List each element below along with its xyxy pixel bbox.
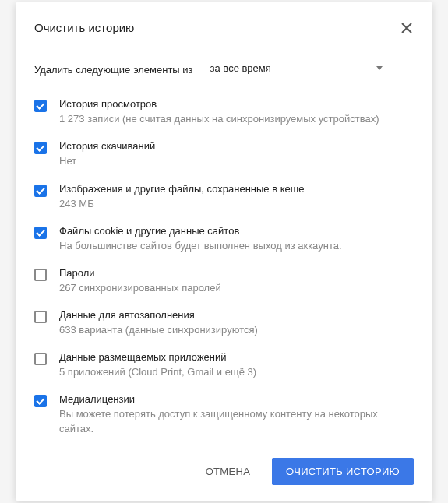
time-range-value: за все время (210, 62, 271, 74)
option-checkbox[interactable] (34, 395, 47, 407)
option-sublabel: 243 МБ (59, 197, 304, 211)
option-row: Данные размещаемых приложений5 приложени… (34, 351, 414, 379)
option-label: Медиалицензии (59, 393, 414, 405)
dialog-header: Очистить историю (34, 21, 414, 37)
option-sublabel: 633 варианта (данные синхронизируются) (59, 323, 258, 337)
option-checkbox[interactable] (34, 142, 47, 154)
option-sublabel: На большинстве сайтов будет выполнен вых… (59, 239, 342, 253)
dialog-footer: ОТМЕНА ОЧИСТИТЬ ИСТОРИЮ (34, 458, 414, 485)
option-text: Данные для автозаполнения633 варианта (д… (59, 309, 258, 337)
close-icon (401, 23, 412, 33)
option-sublabel: 5 приложений (Cloud Print, Gmail и ещё 3… (59, 365, 256, 379)
option-row: История скачиванийНет (34, 140, 414, 168)
options-list: История просмотров1 273 записи (не счита… (34, 98, 414, 436)
time-range-select[interactable]: за все время (209, 59, 384, 79)
clear-history-dialog: Очистить историю Удалить следующие элеме… (16, 2, 432, 501)
option-text: Файлы cookie и другие данные сайтовНа бо… (59, 225, 342, 253)
clear-history-button[interactable]: ОЧИСТИТЬ ИСТОРИЮ (272, 458, 414, 485)
option-checkbox[interactable] (34, 100, 47, 112)
option-text: МедиалицензииВы можете потерять доступ к… (59, 393, 414, 435)
option-checkbox[interactable] (34, 185, 47, 197)
cancel-button[interactable]: ОТМЕНА (192, 458, 264, 485)
option-sublabel: 1 273 записи (не считая данных на синхро… (59, 112, 379, 126)
option-sublabel: Нет (59, 154, 155, 168)
option-sublabel: 267 синхронизированных паролей (59, 281, 221, 295)
close-button[interactable] (400, 21, 414, 37)
option-checkbox[interactable] (34, 269, 47, 281)
option-sublabel: Вы можете потерять доступ к защищенному … (59, 407, 414, 435)
option-text: Данные размещаемых приложений5 приложени… (59, 351, 256, 379)
time-range-row: Удалить следующие элементы из за все вре… (34, 59, 414, 79)
chevron-down-icon (376, 66, 383, 70)
option-label: Данные размещаемых приложений (59, 351, 256, 363)
option-label: Изображения и другие файлы, сохраненные … (59, 183, 304, 195)
option-label: Данные для автозаполнения (59, 309, 258, 321)
option-text: История скачиванийНет (59, 140, 155, 168)
option-row: МедиалицензииВы можете потерять доступ к… (34, 393, 414, 435)
option-row: Пароли267 синхронизированных паролей (34, 267, 414, 295)
option-text: Изображения и другие файлы, сохраненные … (59, 183, 304, 211)
option-row: Файлы cookie и другие данные сайтовНа бо… (34, 225, 414, 253)
option-row: История просмотров1 273 записи (не счита… (34, 98, 414, 126)
option-row: Данные для автозаполнения633 варианта (д… (34, 309, 414, 337)
option-checkbox[interactable] (34, 353, 47, 365)
option-text: История просмотров1 273 записи (не счита… (59, 98, 379, 126)
option-checkbox[interactable] (34, 311, 47, 323)
option-text: Пароли267 синхронизированных паролей (59, 267, 221, 295)
option-label: Файлы cookie и другие данные сайтов (59, 225, 342, 237)
option-label: Пароли (59, 267, 221, 279)
dialog-title: Очистить историю (34, 21, 134, 34)
option-label: История скачиваний (59, 140, 155, 152)
option-checkbox[interactable] (34, 227, 47, 239)
option-row: Изображения и другие файлы, сохраненные … (34, 183, 414, 211)
time-range-label: Удалить следующие элементы из (34, 64, 193, 76)
option-label: История просмотров (59, 98, 379, 110)
